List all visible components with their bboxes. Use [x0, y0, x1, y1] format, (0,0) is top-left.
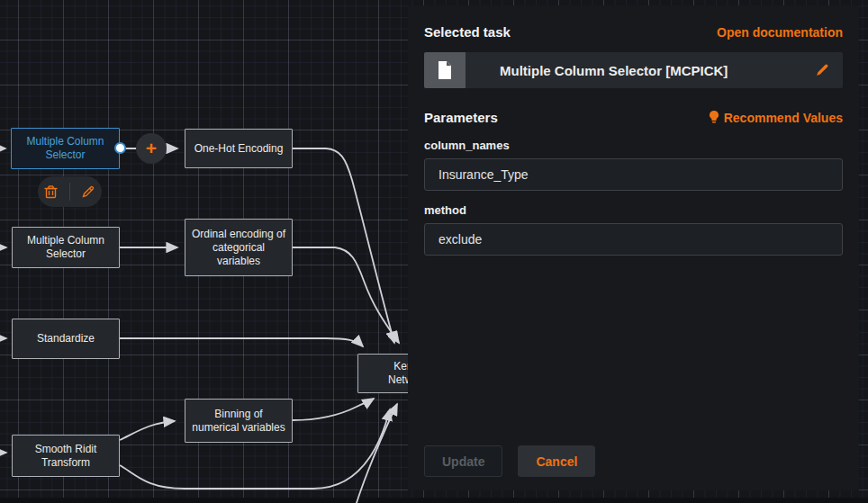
column-names-label: column_names	[424, 139, 843, 152]
column-names-input[interactable]	[424, 158, 843, 191]
edge	[356, 404, 397, 503]
app-window: Multiple Column Selector One-Hot Encodin…	[0, 0, 868, 503]
node-label: Multiple Column Selector	[17, 135, 113, 162]
node-label: One-Hot Encoding	[194, 142, 284, 156]
parameters-row: Parameters Recommend Values	[424, 110, 843, 125]
node-ordinal-encoding[interactable]: Ordinal encoding of categorical variable…	[185, 219, 293, 276]
node-binning[interactable]: Binning of numerical variables	[185, 399, 293, 443]
edge	[293, 247, 399, 343]
task-title: Multiple Column Selector [MCPICK]	[500, 63, 728, 78]
edit-task-icon[interactable]	[815, 62, 830, 81]
edge	[293, 399, 374, 420]
node-one-hot-encoding[interactable]: One-Hot Encoding	[185, 129, 293, 168]
edge	[293, 148, 394, 343]
open-documentation-link[interactable]: Open documentation	[717, 25, 843, 40]
canvas-bottom-band	[0, 498, 868, 503]
plus-icon: +	[146, 138, 157, 159]
edge	[120, 421, 175, 440]
method-label: method	[424, 203, 843, 217]
node-label: Ordinal encoding of categorical variable…	[191, 228, 286, 268]
recommend-values-link[interactable]: Recommend Values	[709, 111, 843, 125]
node-label: Smooth Ridit Transform	[18, 443, 113, 470]
task-details-panel: Selected task Open documentation Multipl…	[408, 5, 859, 490]
node-label: Standardize	[37, 332, 95, 346]
delete-icon[interactable]	[43, 184, 59, 200]
add-node-button[interactable]: +	[136, 133, 167, 164]
node-multiple-column-selector-1[interactable]: Multiple Column Selector	[11, 128, 120, 169]
panel-header: Selected task Open documentation	[424, 24, 843, 40]
node-label: Multiple Column Selector	[18, 234, 113, 261]
node-label: Binning of numerical variables	[191, 408, 286, 435]
node-smooth-ridit-transform[interactable]: Smooth Ridit Transform	[12, 435, 120, 477]
selected-task-heading: Selected task	[424, 24, 511, 40]
node-multiple-column-selector-2[interactable]: Multiple Column Selector	[12, 227, 120, 268]
panel-actions: Update Cancel	[424, 445, 595, 477]
task-card[interactable]: Multiple Column Selector [MCPICK]	[424, 52, 843, 88]
node-toolbar	[38, 176, 102, 207]
document-icon	[438, 61, 452, 79]
lightbulb-icon	[709, 111, 719, 124]
toolbar-divider	[69, 183, 70, 201]
parameters-heading: Parameters	[424, 110, 498, 125]
output-port-dot[interactable]	[114, 142, 126, 154]
cancel-button[interactable]: Cancel	[518, 445, 595, 477]
node-standardize[interactable]: Standardize	[12, 319, 120, 359]
method-input[interactable]	[424, 223, 843, 256]
update-button[interactable]: Update	[424, 445, 502, 477]
task-icon-cell	[424, 52, 466, 88]
edge	[120, 338, 363, 346]
edit-icon[interactable]	[80, 184, 96, 200]
